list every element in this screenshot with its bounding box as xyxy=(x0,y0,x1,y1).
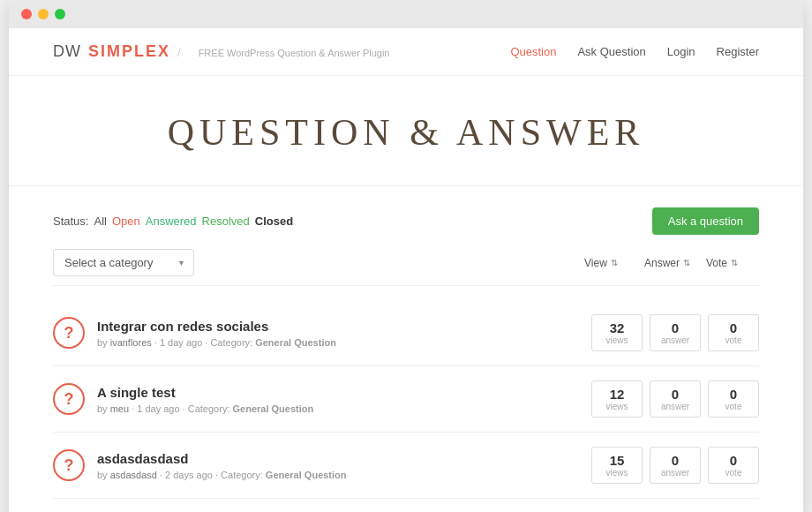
question-icon: ? xyxy=(53,383,85,415)
ask-question-button[interactable]: Ask a question xyxy=(652,207,759,235)
question-stats: 12 views 0 answer 0 vote xyxy=(591,380,759,418)
stat-answers: 0 answer xyxy=(650,314,701,351)
question-item: ? Integrar con redes sociales by ivanflo… xyxy=(53,300,759,366)
question-meta: by meu · 1 day ago · Category: General Q… xyxy=(97,403,579,414)
sort-answer-icon: ⇅ xyxy=(683,258,690,267)
maximize-dot[interactable] xyxy=(55,9,65,19)
nav-question[interactable]: Question xyxy=(510,45,556,58)
sort-vote-icon: ⇅ xyxy=(731,258,738,267)
question-body: Integrar con redes sociales by ivanflore… xyxy=(97,319,579,348)
col-header-answer[interactable]: Answer ⇅ xyxy=(644,257,699,269)
question-item: ? A single test by meu · 1 day ago · Cat… xyxy=(53,366,759,433)
question-title[interactable]: Integrar con redes sociales xyxy=(97,319,579,334)
votes-label: vote xyxy=(712,335,755,345)
question-meta: by ivanflores · 1 day ago · Category: Ge… xyxy=(97,337,579,348)
logo-tagline: FREE WordPress Question & Answer Plugin xyxy=(199,48,390,58)
browser-chrome xyxy=(9,0,803,28)
question-meta: by asdasdasd · 2 days ago · Category: Ge… xyxy=(97,470,579,480)
page-content: DW SIMPLEX / FREE WordPress Question & A… xyxy=(9,28,803,512)
question-author[interactable]: ivanflores xyxy=(110,337,152,348)
question-stats: 32 views 0 answer 0 vote xyxy=(591,314,759,351)
stat-answers: 0 answer xyxy=(650,380,701,418)
questions-list: ? Integrar con redes sociales by ivanflo… xyxy=(53,300,759,499)
col-view-label: View xyxy=(584,257,607,269)
category-select-wrapper: Select a category xyxy=(53,249,194,276)
stat-answers: 0 answer xyxy=(650,447,701,484)
logo-simplex: SIMPLEX xyxy=(88,42,170,61)
stat-views: 15 views xyxy=(591,447,643,484)
column-headers: View ⇅ Answer ⇅ Vote ⇅ xyxy=(584,257,759,269)
logo-dw: DW xyxy=(53,42,81,61)
by-label: by xyxy=(97,403,108,414)
views-count: 15 xyxy=(596,453,638,468)
filter-row: Select a category View ⇅ Answer ⇅ Vote ⇅ xyxy=(53,249,759,286)
stat-votes: 0 vote xyxy=(708,447,759,484)
stat-votes: 0 vote xyxy=(708,380,759,418)
views-count: 12 xyxy=(596,387,638,402)
answers-count: 0 xyxy=(654,453,696,468)
status-label: Status: xyxy=(53,215,88,228)
status-filter-all[interactable]: All xyxy=(94,215,106,228)
votes-count: 0 xyxy=(712,453,755,468)
views-label: views xyxy=(596,335,638,345)
stat-views: 32 views xyxy=(591,314,643,351)
question-icon: ? xyxy=(53,317,85,349)
sort-view-icon: ⇅ xyxy=(611,258,618,267)
question-item: ? asdasdasdasd by asdasdasd · 2 days ago… xyxy=(53,433,759,499)
nav-ask-question[interactable]: Ask Question xyxy=(577,45,645,58)
status-bar: Status: All Open Answered Resolved Close… xyxy=(53,207,759,235)
votes-count: 0 xyxy=(712,387,755,402)
stat-votes: 0 vote xyxy=(708,314,759,351)
question-body: A single test by meu · 1 day ago · Categ… xyxy=(97,385,579,414)
close-dot[interactable] xyxy=(21,9,32,19)
views-count: 32 xyxy=(596,320,638,335)
nav-login[interactable]: Login xyxy=(667,45,695,58)
question-title[interactable]: asdasdasdasd xyxy=(97,451,579,466)
site-header: DW SIMPLEX / FREE WordPress Question & A… xyxy=(9,28,803,76)
stat-views: 12 views xyxy=(591,380,643,418)
hero-title: QUESTION & ANSWER xyxy=(9,111,803,154)
answers-count: 0 xyxy=(654,320,696,335)
status-filters: Status: All Open Answered Resolved Close… xyxy=(53,215,293,228)
browser-window: DW SIMPLEX / FREE WordPress Question & A… xyxy=(9,0,803,512)
category-select[interactable]: Select a category xyxy=(53,249,194,276)
views-label: views xyxy=(596,402,638,411)
by-label: by xyxy=(97,470,108,480)
views-label: views xyxy=(596,468,638,478)
site-nav: Question Ask Question Login Register xyxy=(510,45,759,58)
minimize-dot[interactable] xyxy=(38,9,49,19)
votes-count: 0 xyxy=(712,320,755,335)
col-header-vote[interactable]: Vote ⇅ xyxy=(706,257,759,269)
hero-section: QUESTION & ANSWER xyxy=(9,76,803,186)
answers-label: answer xyxy=(654,402,696,411)
main-content: Status: All Open Answered Resolved Close… xyxy=(9,186,803,512)
question-title[interactable]: A single test xyxy=(97,385,579,400)
question-stats: 15 views 0 answer 0 vote xyxy=(591,447,759,484)
status-filter-answered[interactable]: Answered xyxy=(146,215,197,228)
votes-label: vote xyxy=(712,402,755,411)
answers-label: answer xyxy=(654,335,696,345)
status-filter-open[interactable]: Open xyxy=(112,215,140,228)
site-logo: DW SIMPLEX / FREE WordPress Question & A… xyxy=(53,42,389,61)
votes-label: vote xyxy=(712,468,755,478)
nav-register[interactable]: Register xyxy=(717,45,759,58)
col-vote-label: Vote xyxy=(706,257,727,269)
status-filter-closed[interactable]: Closed xyxy=(255,215,293,228)
answers-count: 0 xyxy=(654,387,696,402)
question-icon: ? xyxy=(53,449,85,481)
col-header-view[interactable]: View ⇅ xyxy=(584,257,637,269)
by-label: by xyxy=(97,337,108,348)
col-answer-label: Answer xyxy=(644,257,680,269)
question-author[interactable]: asdasdasd xyxy=(110,470,157,480)
status-filter-resolved[interactable]: Resolved xyxy=(202,215,250,228)
answers-label: answer xyxy=(654,468,696,478)
logo-slash: / xyxy=(177,46,181,59)
question-body: asdasdasdasd by asdasdasd · 2 days ago ·… xyxy=(97,451,579,480)
question-author[interactable]: meu xyxy=(110,403,129,414)
